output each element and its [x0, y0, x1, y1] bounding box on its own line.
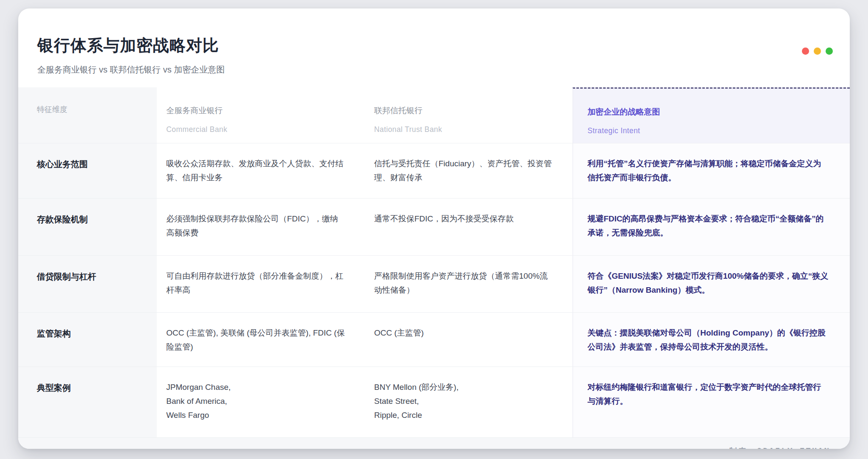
row-feature-label: 监管架构	[18, 313, 157, 367]
page-background: 银行体系与加密战略对比 全服务商业银行 vs 联邦信托银行 vs 加密企业意图 …	[0, 0, 868, 459]
table-row: 典型案例 JPMorgan Chase, Bank of America, We…	[18, 367, 850, 437]
column-header-cn: 全服务商业银行	[166, 106, 348, 116]
cell-commercial: 吸收公众活期存款、发放商业及个人贷款、支付结算、信用卡业务	[157, 143, 365, 198]
row-feature-label: 存款保险机制	[18, 199, 157, 255]
column-header-en: Strategic Intent	[587, 126, 833, 135]
column-header-en: Commercial Bank	[166, 125, 348, 134]
column-header-crypto: 加密企业的战略意图 Strategic Intent	[573, 87, 850, 143]
cell-crypto: 利用“托管”名义行使资产存储与清算职能；将稳定币储备金定义为信托资产而非银行负债…	[573, 143, 850, 198]
cell-crypto: 规避FDIC的高昂保费与严格资本金要求；符合稳定币“全额储备”的承诺，无需保险兜…	[573, 199, 850, 255]
cell-trust: 信托与受托责任（Fiduciary）、资产托管、投资管理、财富传承	[365, 143, 573, 198]
close-button-icon[interactable]	[802, 48, 809, 55]
column-header-cn: 加密企业的战略意图	[587, 107, 833, 118]
comparison-table: 特征维度 全服务商业银行 Commercial Bank 联邦信托银行 Nati…	[18, 87, 850, 437]
window-controls	[802, 48, 833, 55]
table-row: 借贷限制与杠杆 可自由利用存款进行放贷（部分准备金制度），杠杆率高 严格限制使用…	[18, 255, 850, 312]
cell-commercial: JPMorgan Chase, Bank of America, Wells F…	[157, 367, 365, 437]
cell-crypto: 关键点：摆脱美联储对母公司（Holding Company）的《银行控股公司法》…	[573, 313, 850, 367]
row-feature-label: 核心业务范围	[18, 143, 157, 198]
table-row: 存款保险机制 必须强制投保联邦存款保险公司（FDIC），缴纳高额保费 通常不投保…	[18, 198, 850, 255]
column-header-trust: 联邦信托银行 National Trust Bank	[365, 87, 573, 143]
table-row: 监管架构 OCC (主监管), 美联储 (母公司并表监管), FDIC (保险监…	[18, 312, 850, 367]
cell-commercial: 可自由利用存款进行放贷（部分准备金制度），杠杆率高	[157, 256, 365, 312]
card-header: 银行体系与加密战略对比 全服务商业银行 vs 联邦信托银行 vs 加密企业意图	[18, 8, 850, 87]
table-row: 核心业务范围 吸收公众活期存款、发放商业及个人贷款、支付结算、信用卡业务 信托与…	[18, 143, 850, 198]
cell-commercial: OCC (主监管), 美联储 (母公司并表监管), FDIC (保险监管)	[157, 313, 365, 367]
cell-trust: 严格限制使用客户资产进行放贷（通常需100%流动性储备）	[365, 256, 573, 312]
column-header-cn: 联邦信托银行	[374, 106, 556, 116]
cell-trust: OCC (主监管)	[365, 313, 573, 367]
credit-text: 制表：ODAILY ETHAN	[729, 446, 830, 449]
table-header-row: 特征维度 全服务商业银行 Commercial Bank 联邦信托银行 Nati…	[18, 87, 850, 143]
page-title: 银行体系与加密战略对比	[37, 35, 850, 56]
column-header-commercial: 全服务商业银行 Commercial Bank	[157, 87, 365, 143]
page-subtitle: 全服务商业银行 vs 联邦信托银行 vs 加密企业意图	[37, 64, 850, 76]
row-feature-label: 典型案例	[18, 367, 157, 437]
row-feature-label: 借贷限制与杠杆	[18, 256, 157, 312]
cell-crypto: 对标纽约梅隆银行和道富银行，定位于数字资产时代的全球托管行与清算行。	[573, 367, 850, 437]
cell-trust: 通常不投保FDIC，因为不接受受保存款	[365, 199, 573, 255]
comparison-card: 银行体系与加密战略对比 全服务商业银行 vs 联邦信托银行 vs 加密企业意图 …	[18, 8, 850, 449]
minimize-button-icon[interactable]	[814, 48, 821, 55]
column-header-feature: 特征维度	[18, 87, 157, 143]
card-footer: 制表：ODAILY ETHAN	[18, 437, 850, 449]
maximize-button-icon[interactable]	[826, 48, 833, 55]
cell-commercial: 必须强制投保联邦存款保险公司（FDIC），缴纳高额保费	[157, 199, 365, 255]
cell-crypto: 符合《GENIUS法案》对稳定币发行商100%储备的要求，确立“狭义银行”（Na…	[573, 256, 850, 312]
cell-trust: BNY Mellon (部分业务), State Street, Ripple,…	[365, 367, 573, 437]
column-header-en: National Trust Bank	[374, 125, 556, 134]
